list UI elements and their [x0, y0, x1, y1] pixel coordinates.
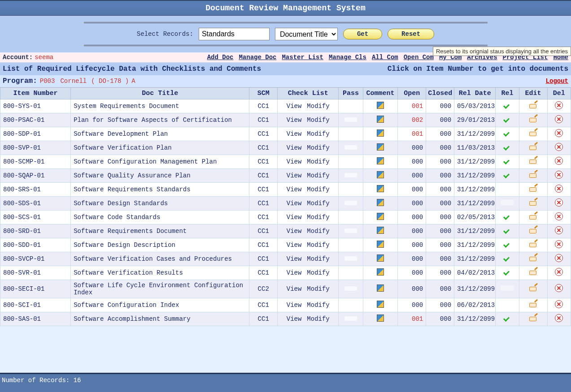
logout-link[interactable]: Logout [546, 78, 568, 85]
comment-icon[interactable] [377, 102, 384, 109]
comment-icon[interactable] [377, 185, 384, 192]
nav-master-list[interactable]: Master List [282, 54, 323, 61]
delete-icon[interactable] [555, 314, 563, 322]
comment-icon[interactable] [377, 129, 384, 137]
delete-icon[interactable] [555, 268, 563, 276]
checklist-modify-link[interactable]: Modify [307, 255, 329, 263]
checklist-view-link[interactable]: View [287, 214, 302, 221]
nav-open-com[interactable]: Open Com [404, 54, 434, 61]
checklist-modify-link[interactable]: Modify [307, 214, 329, 221]
item-number-cell[interactable]: 800-SCMP-01 [0, 155, 71, 169]
edit-icon[interactable] [529, 116, 537, 122]
records-text-input[interactable] [199, 28, 270, 40]
item-number-cell[interactable]: 800-SVP-01 [0, 141, 71, 155]
edit-icon[interactable] [529, 158, 537, 164]
edit-icon[interactable] [529, 172, 537, 178]
edit-icon[interactable] [529, 285, 537, 291]
edit-icon[interactable] [529, 255, 537, 261]
edit-icon[interactable] [529, 269, 537, 275]
checklist-modify-link[interactable]: Modify [307, 241, 329, 249]
checklist-view-link[interactable]: View [287, 315, 302, 323]
comment-icon[interactable] [377, 116, 384, 123]
comment-icon[interactable] [377, 157, 384, 164]
checklist-view-link[interactable]: View [287, 285, 302, 293]
comment-icon[interactable] [377, 227, 384, 234]
checklist-view-link[interactable]: View [287, 302, 302, 309]
comment-icon[interactable] [377, 143, 384, 151]
comment-icon[interactable] [377, 213, 384, 220]
edit-icon[interactable] [529, 130, 537, 136]
nav-manage-doc[interactable]: Manage Doc [239, 54, 276, 61]
comment-icon[interactable] [377, 171, 384, 178]
checklist-view-link[interactable]: View [287, 144, 302, 151]
delete-icon[interactable] [555, 212, 563, 220]
checklist-view-link[interactable]: View [287, 186, 302, 193]
checklist-modify-link[interactable]: Modify [307, 130, 329, 138]
item-number-cell[interactable]: 800-SDS-01 [0, 197, 71, 211]
checklist-modify-link[interactable]: Modify [307, 103, 329, 110]
edit-icon[interactable] [529, 102, 537, 108]
item-number-cell[interactable]: 800-SDP-01 [0, 127, 71, 141]
checklist-modify-link[interactable]: Modify [307, 144, 329, 151]
reset-button[interactable]: Reset [388, 29, 434, 39]
nav-manage-cls[interactable]: Manage Cls [329, 54, 366, 61]
records-select[interactable]: Document Title [275, 28, 338, 40]
delete-icon[interactable] [555, 101, 563, 109]
checklist-modify-link[interactable]: Modify [307, 315, 329, 323]
comment-icon[interactable] [377, 284, 384, 292]
checklist-view-link[interactable]: View [287, 116, 302, 124]
checklist-view-link[interactable]: View [287, 103, 302, 110]
comment-icon[interactable] [377, 314, 384, 322]
checklist-view-link[interactable]: View [287, 130, 302, 138]
checklist-modify-link[interactable]: Modify [307, 200, 329, 207]
delete-icon[interactable] [555, 300, 563, 308]
checklist-modify-link[interactable]: Modify [307, 116, 329, 124]
comment-icon[interactable] [377, 254, 384, 262]
delete-icon[interactable] [555, 115, 563, 123]
item-number-cell[interactable]: 800-SAS-01 [0, 312, 71, 326]
checklist-view-link[interactable]: View [287, 200, 302, 207]
edit-icon[interactable] [529, 144, 537, 150]
edit-icon[interactable] [529, 199, 537, 206]
checklist-modify-link[interactable]: Modify [307, 186, 329, 193]
item-number-cell[interactable]: 800-SCI-01 [0, 298, 71, 312]
edit-icon[interactable] [529, 315, 537, 321]
checklist-modify-link[interactable]: Modify [307, 302, 329, 309]
item-number-cell[interactable]: 800-SRD-01 [0, 224, 71, 238]
comment-icon[interactable] [377, 241, 384, 248]
checklist-view-link[interactable]: View [287, 269, 302, 276]
item-number-cell[interactable]: 800-SCS-01 [0, 211, 71, 224]
get-button[interactable]: Get [343, 29, 382, 39]
checklist-modify-link[interactable]: Modify [307, 269, 329, 276]
nav-add-doc[interactable]: Add Doc [207, 54, 234, 61]
comment-icon[interactable] [377, 301, 384, 308]
delete-icon[interactable] [555, 171, 563, 179]
delete-icon[interactable] [555, 284, 563, 292]
delete-icon[interactable] [555, 254, 563, 262]
delete-icon[interactable] [555, 226, 563, 234]
nav-all-com[interactable]: All Com [372, 54, 398, 61]
item-number-cell[interactable]: 800-SVCP-01 [0, 252, 71, 266]
delete-icon[interactable] [555, 240, 563, 248]
checklist-view-link[interactable]: View [287, 158, 302, 165]
item-number-cell[interactable]: 800-SDD-01 [0, 238, 71, 252]
edit-icon[interactable] [529, 213, 537, 220]
comment-icon[interactable] [377, 199, 384, 206]
checklist-view-link[interactable]: View [287, 172, 302, 179]
item-number-cell[interactable]: 800-SVR-01 [0, 266, 71, 280]
delete-icon[interactable] [555, 185, 563, 193]
checklist-modify-link[interactable]: Modify [307, 228, 329, 235]
checklist-modify-link[interactable]: Modify [307, 158, 329, 165]
checklist-view-link[interactable]: View [287, 255, 302, 263]
delete-icon[interactable] [555, 157, 563, 165]
item-number-cell[interactable]: 800-PSAC-01 [0, 113, 71, 127]
edit-icon[interactable] [529, 301, 537, 307]
delete-icon[interactable] [555, 198, 563, 207]
item-number-cell[interactable]: 800-SYS-01 [0, 99, 71, 113]
item-number-cell[interactable]: 800-SQAP-01 [0, 169, 71, 183]
comment-icon[interactable] [377, 268, 384, 276]
checklist-modify-link[interactable]: Modify [307, 285, 329, 293]
item-number-cell[interactable]: 800-SECI-01 [0, 280, 71, 298]
delete-icon[interactable] [555, 143, 563, 151]
delete-icon[interactable] [555, 129, 563, 137]
